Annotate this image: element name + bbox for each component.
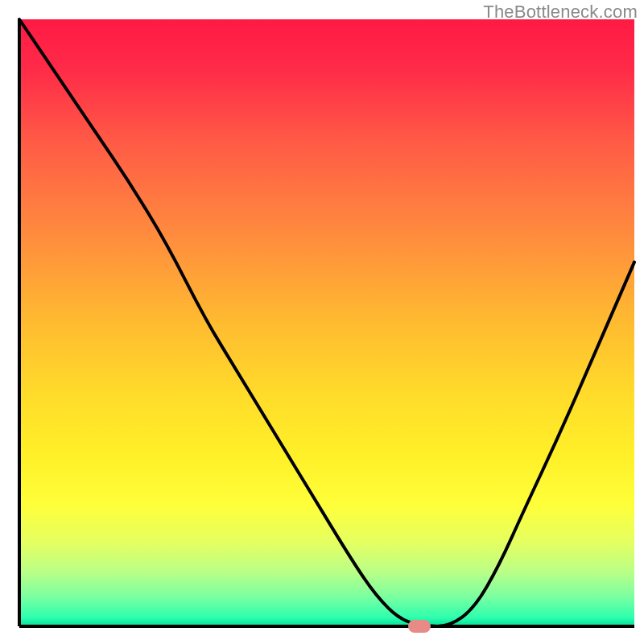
optimal-point-marker	[408, 620, 431, 633]
chart-container: TheBottleneck.com	[0, 0, 644, 644]
chart-gradient-bg	[19, 19, 634, 626]
bottleneck-chart	[0, 0, 644, 644]
watermark-text: TheBottleneck.com	[483, 2, 638, 23]
